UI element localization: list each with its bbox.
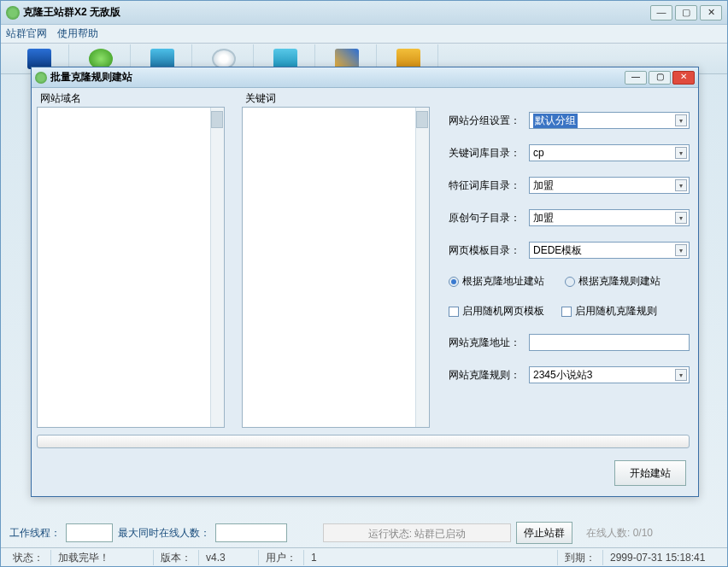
version-label: 版本： (153, 550, 198, 565)
work-thread-input[interactable] (66, 523, 113, 542)
tools-icon (396, 49, 420, 69)
start-build-button[interactable]: 开始建站 (614, 460, 686, 486)
online-count: 在线人数: 0/10 (586, 526, 653, 541)
checkbox-icon (449, 307, 459, 317)
dialog-icon (35, 72, 47, 84)
scrollbar[interactable] (415, 108, 429, 427)
template-dir-select[interactable]: DEDE模板▾ (529, 242, 690, 259)
run-status-display: 运行状态: 站群已启动 (323, 523, 511, 542)
keyword-column-label: 关键词 (245, 91, 276, 106)
expire-label: 到期： (557, 550, 602, 565)
main-menu: 站群官网 使用帮助 (1, 25, 727, 44)
dialog-body: 网站域名 关键词 网站分组设置： 默认分组▾ 关键词库目录： cp▾ 特征词库目… (32, 88, 698, 496)
expire-value: 2999-07-31 15:18:41 (602, 550, 722, 565)
link-icon (150, 49, 174, 69)
template-dir-label: 网页模板目录： (449, 243, 529, 258)
menu-official-site[interactable]: 站群官网 (6, 26, 47, 41)
chevron-down-icon: ▾ (675, 114, 687, 126)
minimize-button[interactable]: — (650, 5, 672, 20)
keyword-dir-select[interactable]: cp▾ (529, 144, 690, 161)
search-icon (212, 49, 236, 69)
feature-dir-label: 特征词库目录： (449, 178, 529, 193)
status-label: 状态： (6, 550, 50, 565)
clone-rule-dialog: 批量克隆规则建站 — ▢ ✕ 网站域名 关键词 网站分组设置： 默认分组▾ 关键… (31, 67, 699, 497)
dialog-titlebar: 批量克隆规则建站 — ▢ ✕ (32, 67, 698, 88)
cards-icon (335, 49, 359, 69)
radio-icon (565, 277, 575, 287)
random-clone-rule-checkbox[interactable]: 启用随机克隆规则 (561, 304, 657, 319)
main-title: 克隆王站群X2 无敌版 (23, 5, 120, 20)
status-bar: 状态： 加载完毕！ 版本： v4.3 用户： 1 到期： 2999-07-31 … (1, 547, 727, 566)
feature-dir-select[interactable]: 加盟▾ (529, 177, 690, 194)
scrollbar[interactable] (210, 108, 224, 427)
group-setting-select[interactable]: 默认分组▾ (529, 112, 690, 129)
max-online-label: 最大同时在线人数： (118, 526, 210, 541)
radio-icon (449, 277, 459, 287)
main-titlebar: 克隆王站群X2 无敌版 — ▢ ✕ (1, 1, 727, 25)
screen-icon (27, 49, 51, 69)
sentence-dir-select[interactable]: 加盟▾ (529, 209, 690, 226)
chevron-down-icon: ▾ (675, 179, 687, 191)
form-area: 网站分组设置： 默认分组▾ 关键词库目录： cp▾ 特征词库目录： 加盟▾ 原创… (449, 112, 690, 399)
bottom-panel: 工作线程： 最大同时在线人数： 运行状态: 站群已启动 停止站群 在线人数: 0… (9, 520, 719, 546)
app-icon (6, 6, 20, 20)
max-online-input[interactable] (215, 523, 287, 542)
menu-help[interactable]: 使用帮助 (57, 26, 98, 41)
clone-address-label: 网站克隆地址： (449, 336, 529, 350)
keyword-dir-label: 关键词库目录： (449, 146, 529, 161)
build-by-address-radio[interactable]: 根据克隆地址建站 (449, 274, 544, 289)
dialog-close-button[interactable]: ✕ (672, 71, 695, 85)
chevron-down-icon: ▾ (675, 212, 687, 224)
stop-group-button[interactable]: 停止站群 (516, 522, 572, 544)
dialog-maximize-button[interactable]: ▢ (649, 71, 671, 85)
clone-rule-select[interactable]: 2345小说站3▾ (529, 366, 690, 383)
work-thread-label: 工作线程： (9, 526, 61, 541)
user-value: 1 (303, 550, 363, 565)
version-value: v4.3 (198, 550, 258, 565)
group-setting-label: 网站分组设置： (449, 114, 529, 128)
globe-icon (89, 49, 113, 69)
dialog-title: 批量克隆规则建站 (50, 70, 132, 85)
close-button[interactable]: ✕ (700, 5, 722, 20)
chevron-down-icon: ▾ (675, 369, 687, 381)
chevron-down-icon: ▾ (675, 147, 687, 159)
user-label: 用户： (258, 550, 303, 565)
status-value: 加载完毕！ (50, 550, 153, 565)
chevron-down-icon: ▾ (675, 244, 687, 256)
clone-address-input[interactable] (529, 334, 690, 351)
build-by-rule-radio[interactable]: 根据克隆规则建站 (565, 274, 660, 289)
dialog-minimize-button[interactable]: — (625, 71, 647, 85)
domain-textarea[interactable] (37, 107, 225, 428)
sentence-dir-label: 原创句子目录： (449, 211, 529, 225)
books-icon (273, 49, 297, 69)
keyword-textarea[interactable] (242, 107, 430, 428)
maximize-button[interactable]: ▢ (675, 5, 697, 20)
domain-column-label: 网站域名 (40, 91, 81, 106)
random-template-checkbox[interactable]: 启用随机网页模板 (449, 304, 544, 319)
checkbox-icon (561, 307, 572, 317)
progress-bar (37, 435, 690, 448)
clone-rule-label: 网站克隆规则： (449, 368, 529, 383)
